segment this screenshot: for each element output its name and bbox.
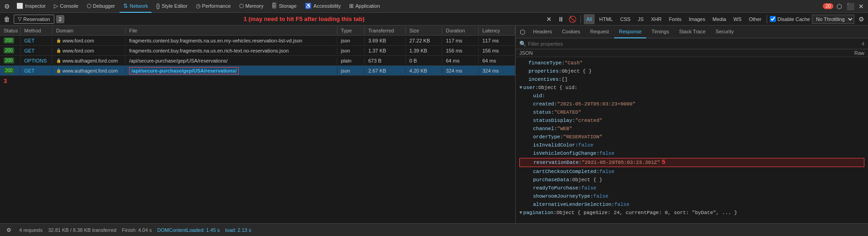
th-domain[interactable]: Domain <box>52 27 125 34</box>
tab-accessibility[interactable]: ♿ Accessibility <box>301 0 345 13</box>
settings-network-icon[interactable]: ⚙ <box>856 14 866 24</box>
tab-network[interactable]: ⇅ Network <box>120 0 152 13</box>
type-cell: json <box>337 37 365 44</box>
lock-icon: 🔒 <box>56 48 61 53</box>
tab-style-editor[interactable]: {} Style Editor <box>152 0 191 13</box>
filter-input[interactable] <box>528 41 860 47</box>
lock-icon: 🔒 <box>56 68 61 73</box>
status-icon[interactable]: ⚙ <box>4 225 14 235</box>
filter-fonts[interactable]: Fonts <box>666 14 685 24</box>
clear-icon[interactable]: 🗑 <box>2 14 12 24</box>
method-cell: GET <box>21 67 52 74</box>
th-file[interactable]: File <box>125 27 337 34</box>
json-line: purchaseData: Object { } <box>519 176 864 184</box>
json-content: financeType: "Cash" properties: Object {… <box>516 57 868 223</box>
tab-stack-trace[interactable]: Stack Trace <box>675 26 710 38</box>
filter-css[interactable]: CSS <box>617 14 633 24</box>
inspector-icon: ⬜ <box>16 3 23 9</box>
th-duration[interactable]: Duration <box>442 27 479 34</box>
tab-debugger[interactable]: ⬡ Debugger <box>83 0 119 13</box>
annotation-4: 4 <box>862 41 864 47</box>
filter-icon: 🔍 <box>519 41 526 47</box>
responsive-icon[interactable]: ⬡ <box>834 1 844 11</box>
filter-js[interactable]: JS <box>635 14 647 24</box>
expand-icon[interactable]: ⬡ <box>518 27 528 37</box>
tab-memory[interactable]: ⬡ Memory <box>235 0 267 13</box>
disable-cache-checkbox[interactable] <box>770 16 776 22</box>
filter-all[interactable]: All <box>584 14 595 24</box>
tab-timings[interactable]: Timings <box>647 26 674 38</box>
pagination-arrow[interactable]: ▼ <box>519 209 523 217</box>
disable-cache-label[interactable]: Disable Cache <box>770 16 810 22</box>
th-transferred[interactable]: Transferred <box>365 27 406 34</box>
instruction-text: 1 (may need to hit F5 after loading this… <box>66 16 542 22</box>
th-size[interactable]: Size <box>406 27 442 34</box>
raw-label[interactable]: Raw <box>854 50 864 56</box>
application-icon: ⊞ <box>349 3 354 9</box>
tab-headers[interactable]: Headers <box>528 26 557 38</box>
json-line: readyToPurchase: false <box>519 184 864 192</box>
fullscreen-icon[interactable]: ⬛ <box>845 1 855 11</box>
transferred-cell: 3.69 KB <box>365 37 406 44</box>
file-cell: /api/secure-purchase/gep/USA/reservation… <box>125 67 337 74</box>
filter-media[interactable]: Media <box>710 14 729 24</box>
tab-cookies[interactable]: Cookies <box>558 26 585 38</box>
reservation-date-row: reservationDate: "2021-05-29T05:03:23.39… <box>519 158 864 167</box>
tab-storage[interactable]: 🗄 Storage <box>268 0 300 13</box>
domain-cell: 🔒www.ford.com <box>52 47 125 54</box>
json-line: uid: <box>519 92 864 100</box>
main-area: Status Method Domain File Type Transferr… <box>0 26 868 223</box>
error-badge: 20 <box>823 3 833 9</box>
dom-loaded-time[interactable]: DOMContentLoaded: 1.45 s <box>157 227 220 233</box>
method-cell: GET <box>21 37 52 44</box>
table-row-selected[interactable]: 200 GET 🔒www.authagent.ford.com /api/sec… <box>0 66 515 76</box>
filter-html[interactable]: HTML <box>596 14 616 24</box>
table-row[interactable]: 200 GET 🔒www.ford.com fragments.content.… <box>0 36 515 46</box>
filter-ws[interactable]: WS <box>731 14 744 24</box>
lock-icon: 🔒 <box>56 38 61 43</box>
filter-other[interactable]: Other <box>746 14 764 24</box>
latency-cell: 64 ms <box>479 57 515 64</box>
tab-performance[interactable]: ◷ Performance <box>192 0 235 13</box>
table-body: 200 GET 🔒www.ford.com fragments.content.… <box>0 36 515 223</box>
pause-icon[interactable]: ⏸ <box>556 14 566 24</box>
block-icon[interactable]: 🚫 <box>568 14 578 24</box>
annotation-3: 3 <box>0 76 515 86</box>
expand-arrow[interactable]: ▼ <box>519 84 523 92</box>
tab-inspector[interactable]: ⬜ Inspector <box>13 0 49 13</box>
transferred-size: 32.81 KB / 8.38 KB transferred <box>48 227 116 233</box>
domain-cell: 🔒www.authagent.ford.com <box>52 67 125 74</box>
th-status[interactable]: Status <box>0 27 21 34</box>
performance-icon: ◷ <box>196 3 200 9</box>
table-header: Status Method Domain File Type Transferr… <box>0 26 515 36</box>
tab-response[interactable]: Response <box>614 26 646 38</box>
filter-xhr[interactable]: XHR <box>648 14 664 24</box>
method-cell: OPTIONS <box>21 57 52 64</box>
close-devtools-icon[interactable]: ✕ <box>856 1 866 11</box>
json-line: incentives: [] <box>519 75 864 84</box>
duration-cell: 117 ms <box>442 37 479 44</box>
throttle-select[interactable]: No Throttling <box>812 15 854 24</box>
reservation-button[interactable]: ▽ Reservation <box>14 15 54 24</box>
latency-cell: 324 ms <box>479 67 515 74</box>
table-row[interactable]: 200 OPTIONS 🔒www.authagent.ford.com /api… <box>0 56 515 66</box>
status-cell: 200 <box>0 57 21 64</box>
clear-search-icon[interactable]: ✕ <box>544 14 554 24</box>
filter-images[interactable]: Images <box>686 14 708 24</box>
tab-application[interactable]: ⊞ Application <box>345 0 384 13</box>
th-method[interactable]: Method <box>21 27 52 34</box>
tab-request[interactable]: Request <box>586 26 613 38</box>
annotation-5: 5 <box>662 158 665 167</box>
divider <box>580 15 581 23</box>
tab-console[interactable]: ▷ Console <box>50 0 82 13</box>
tab-security[interactable]: Security <box>711 26 738 38</box>
th-type[interactable]: Type <box>337 27 365 34</box>
load-time[interactable]: load: 2.13 s <box>225 227 251 233</box>
status-cell: 200 <box>0 37 21 44</box>
network-icon: ⇅ <box>123 3 128 9</box>
th-latency[interactable]: Latency <box>479 27 515 34</box>
size-cell: 0 B <box>406 57 442 64</box>
settings-icon[interactable]: ⚙ <box>2 1 12 11</box>
type-cell: plain <box>337 57 365 64</box>
table-row[interactable]: 200 GET 🔒www.ford.com fragments.content.… <box>0 46 515 56</box>
